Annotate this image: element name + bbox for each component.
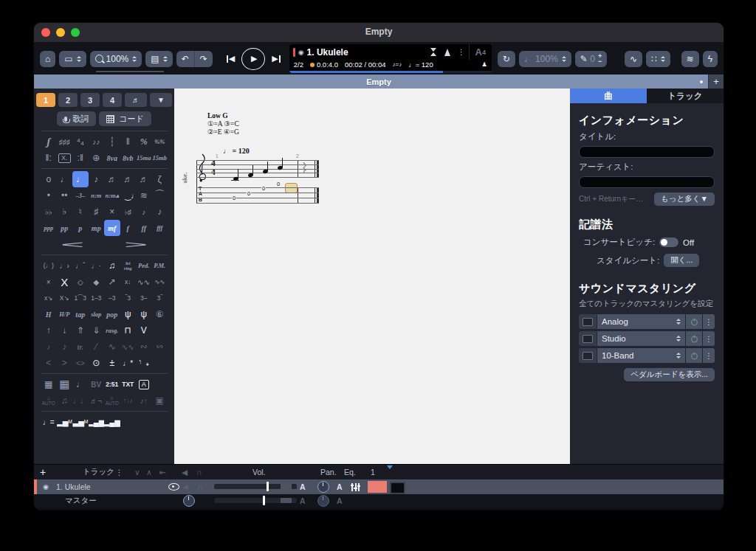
tremolo-bar-icon[interactable]: ± bbox=[104, 355, 120, 371]
metronome-icon[interactable] bbox=[444, 49, 450, 56]
tab-fret-number[interactable]: 0 bbox=[247, 190, 251, 197]
tab-song[interactable]: 曲 bbox=[570, 89, 647, 103]
eighth-note-icon[interactable]: ♪ bbox=[89, 171, 105, 187]
playback-progress-bar[interactable] bbox=[289, 71, 492, 73]
sixty-fourth-note-icon[interactable]: ♬ bbox=[136, 171, 152, 187]
simile-mark-icon[interactable]: % bbox=[136, 134, 152, 150]
pedal-icon[interactable]: Ped. bbox=[136, 257, 152, 274]
slide-down-icon[interactable]: 3– bbox=[136, 290, 152, 306]
track-name[interactable]: 1. Ukulele bbox=[56, 479, 91, 494]
master-volume-automation[interactable]: A bbox=[300, 494, 306, 507]
force-flag-icon[interactable]: ♪↑ bbox=[136, 392, 152, 409]
time-signature-icon[interactable]: ⁴₄ bbox=[72, 134, 89, 150]
tap-icon[interactable]: tap bbox=[72, 306, 89, 322]
power-icon[interactable] bbox=[686, 314, 702, 329]
add-track-button[interactable]: + bbox=[40, 465, 46, 479]
double-dotted-note-icon[interactable]: •• bbox=[57, 187, 73, 204]
grace-before-beat-icon[interactable]: ♪ bbox=[136, 204, 152, 220]
artificial-harmonic-icon[interactable]: ◆ bbox=[89, 274, 105, 290]
natural-harmonic-icon[interactable]: ◇ bbox=[72, 274, 89, 290]
slide-out-down-icon[interactable]: x↘ bbox=[41, 290, 57, 306]
multivoice-view-icon[interactable]: ▣ bbox=[152, 392, 168, 409]
beam-over-rest-icon[interactable]: ♬¬ bbox=[89, 392, 105, 409]
playback-speed-select[interactable]: ♩ 100% bbox=[519, 51, 571, 67]
play-button[interactable]: ▶ bbox=[241, 48, 265, 70]
quindicesima-bassa-icon[interactable]: 15mb bbox=[152, 150, 168, 166]
collapse-icon[interactable]: ∨ bbox=[134, 465, 140, 479]
selection-cursor[interactable] bbox=[285, 183, 298, 193]
alternate-ending-icon[interactable]: X. bbox=[58, 153, 71, 163]
pick-up-icon[interactable]: V bbox=[136, 322, 152, 339]
repeat-open-icon[interactable]: ‖: bbox=[41, 150, 57, 166]
undo-button[interactable]: ↶ bbox=[176, 51, 195, 67]
master-pan-automation[interactable]: A bbox=[337, 494, 343, 507]
title-field[interactable] bbox=[579, 146, 715, 158]
zoom-slider[interactable] bbox=[96, 71, 164, 72]
fermata-icon[interactable]: ⁀ bbox=[152, 187, 168, 204]
master-row[interactable]: マスター A A bbox=[34, 494, 724, 507]
tremolo-wide-icon[interactable]: ∿∿ bbox=[120, 339, 137, 355]
slide-up-icon[interactable]: 3‾ bbox=[152, 290, 168, 306]
free-time-icon[interactable]: ♪♪ bbox=[89, 134, 105, 150]
feel-icon[interactable]: ♪=♪ bbox=[392, 61, 402, 68]
home-button[interactable]: ⌂ bbox=[40, 51, 55, 67]
key-signature-icon[interactable]: ♯♯♯ bbox=[57, 134, 73, 150]
clef-icon[interactable]: ʃ bbox=[41, 134, 57, 150]
hammer-pull-icon[interactable]: H/P bbox=[57, 306, 73, 322]
tab-fret-number[interactable]: 0 bbox=[276, 181, 281, 187]
fade-in-icon[interactable]: < bbox=[41, 355, 57, 371]
pan-knob[interactable] bbox=[317, 479, 329, 494]
slide-in-above-icon[interactable]: ‾3 bbox=[120, 290, 137, 306]
multivoice-button[interactable]: ♬ bbox=[125, 93, 147, 107]
artist-field[interactable] bbox=[579, 176, 715, 188]
tuning-reference[interactable]: A4 bbox=[469, 44, 492, 60]
bars-automation-icon[interactable]: ▂▄▆ bbox=[89, 414, 105, 430]
half-note-icon[interactable]: ♩ bbox=[57, 171, 73, 187]
accent-icon[interactable]: ♩› bbox=[57, 257, 73, 274]
expand-icon[interactable]: ∧ bbox=[146, 465, 152, 479]
lcd-tempo[interactable]: ♩= 120 bbox=[408, 60, 433, 69]
inverted-turn-icon[interactable]: ∾ bbox=[152, 339, 168, 355]
coda-icon[interactable]: ⊕ bbox=[89, 150, 105, 166]
chord-diagram-icon[interactable]: ▦ bbox=[41, 376, 57, 392]
master-volume-slider[interactable] bbox=[214, 498, 297, 503]
arpeggio-down-icon[interactable]: ⇓ bbox=[89, 322, 105, 339]
stylesheet-open-button[interactable]: 開く... bbox=[664, 254, 699, 267]
layout-select[interactable]: ▤ bbox=[145, 51, 172, 67]
measure-block-empty[interactable] bbox=[390, 482, 405, 494]
ghost-note-icon[interactable]: (♩) bbox=[41, 257, 57, 274]
redo-button[interactable]: ↷ bbox=[195, 51, 213, 67]
hammer-on-icon[interactable]: H bbox=[41, 306, 57, 322]
duration-tag-icon[interactable]: 2:51 bbox=[104, 376, 120, 392]
pick-down-icon[interactable]: ⊓ bbox=[120, 322, 137, 339]
volume-automation-toggle[interactable]: A bbox=[300, 479, 306, 494]
effect-menu-button[interactable]: ⋮ bbox=[703, 314, 715, 329]
master-gain-knob[interactable] bbox=[183, 494, 195, 507]
double-barline-icon[interactable]: ‖ bbox=[120, 134, 137, 150]
tremolo-icon[interactable]: ∿ bbox=[104, 339, 120, 355]
legato-slide-icon[interactable]: 1⁀3 bbox=[72, 290, 89, 306]
document-tab[interactable]: Empty bbox=[366, 77, 391, 86]
solo-button[interactable]: ∩ bbox=[197, 479, 203, 494]
slide-out-up-icon[interactable]: X↘ bbox=[57, 290, 73, 306]
acciaccatura-icon[interactable]: ♪ bbox=[41, 339, 57, 355]
tuner-button[interactable]: ≋ bbox=[681, 51, 699, 67]
grace-on-beat-icon[interactable]: ♪ bbox=[152, 204, 168, 220]
shift-slide-icon[interactable]: 1–3 bbox=[89, 290, 105, 306]
trill-icon[interactable]: tr. bbox=[72, 339, 89, 355]
go-to-start-button[interactable]: ◀ bbox=[227, 54, 235, 63]
vibrato-icon[interactable]: ∿∿ bbox=[136, 274, 152, 290]
visibility-toggle[interactable] bbox=[168, 479, 179, 494]
countdown-icon[interactable] bbox=[430, 48, 437, 56]
rest-icon[interactable]: ζ bbox=[152, 171, 168, 187]
split-beam-icon[interactable]: ♩♩ bbox=[72, 392, 89, 409]
double-simile-mark-icon[interactable]: %% bbox=[152, 134, 168, 150]
voice-button-2[interactable]: 2 bbox=[58, 93, 78, 107]
section-marker-icon[interactable]: A bbox=[139, 380, 149, 389]
join-beam-icon[interactable]: ♫ bbox=[57, 392, 73, 409]
more-button[interactable]: もっと多く▼ bbox=[654, 193, 715, 206]
mute-all-icon[interactable]: ◀ bbox=[182, 465, 188, 479]
volume-automation-icon[interactable]: ▂▅ᴹ bbox=[57, 414, 73, 430]
power-icon[interactable] bbox=[686, 348, 702, 363]
slap-icon[interactable]: slap bbox=[89, 306, 105, 322]
